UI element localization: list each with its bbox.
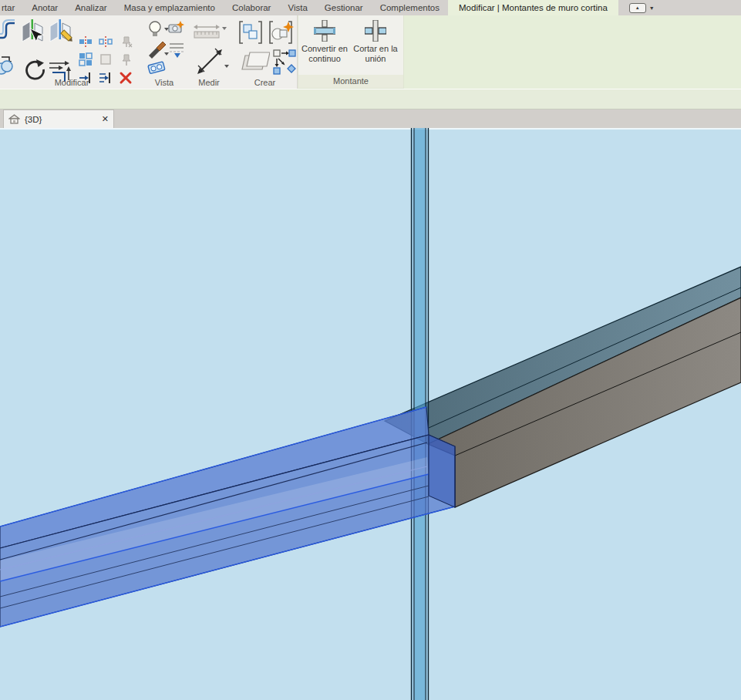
model-viewport[interactable] (0, 128, 741, 700)
panel-medir: Medir (185, 15, 234, 89)
measure-icon[interactable] (196, 46, 230, 77)
panel-vista: Vista (143, 15, 186, 89)
tab-analizar[interactable]: Analizar (66, 0, 116, 15)
align-center-icon[interactable] (99, 35, 113, 48)
scale-icon-disabled (99, 52, 113, 66)
create-group-icon[interactable] (237, 20, 264, 45)
stereo-view-icon[interactable] (147, 60, 167, 76)
view-tab-bar: {3D} ✕ (0, 109, 741, 128)
options-bar (0, 89, 741, 109)
cortar-en-la-union-label: Cortar en la unión (352, 44, 399, 64)
viewport-top-edge (0, 128, 741, 130)
convertir-en-continuo-button[interactable]: Convertir en continuo (301, 18, 349, 76)
tab-anotar[interactable]: Anotar (23, 0, 66, 15)
panel-montante: Convertir en continuo Cortar en la unión… (298, 15, 404, 89)
panel-crear: Crear (233, 15, 298, 89)
tab-masa-y-emplazamiento[interactable]: Masa y emplazamiento (116, 0, 224, 15)
ribbon-collapse-control[interactable]: ▲ ▼ (629, 0, 655, 15)
home-3d-view-icon (8, 114, 20, 124)
create-similar-icon[interactable] (267, 20, 295, 45)
underlay-arrow-icon[interactable] (168, 42, 185, 59)
tab-vista[interactable]: Vista (279, 0, 315, 15)
tab-complementos[interactable]: Complementos (372, 0, 448, 15)
ribbon-tab-bar: rtar Anotar Analizar Masa y emplazamient… (0, 0, 741, 15)
convertir-en-continuo-label: Convertir en continuo (301, 44, 349, 64)
tab-colaborar[interactable]: Colaborar (224, 0, 280, 15)
panel-label-crear: Crear (233, 78, 297, 87)
ruler-icon-disabled (193, 23, 227, 40)
copy-circles-icon[interactable] (0, 52, 17, 76)
lightbulb-icon[interactable] (147, 20, 169, 39)
edit-pencil-icon[interactable] (48, 19, 74, 46)
panel-label-montante: Montante (298, 75, 403, 88)
assembly-arrows-icon[interactable] (273, 49, 296, 76)
ribbon: Modificar (0, 15, 741, 89)
tab-gestionar[interactable]: Gestionar (316, 0, 372, 15)
offset-tool-icon[interactable] (0, 19, 15, 41)
panels-icon[interactable] (239, 49, 270, 76)
cortar-en-la-union-button[interactable]: Cortar en la unión (352, 18, 399, 76)
ribbon-collapse-caret-icon[interactable]: ▼ (649, 5, 655, 11)
paintbrush-icon[interactable] (147, 42, 169, 59)
view-tab-3d[interactable]: {3D} ✕ (3, 109, 114, 128)
panel-label-medir: Medir (185, 78, 233, 87)
view-tab-label: {3D} (25, 115, 102, 124)
panel-label-vista: Vista (143, 78, 185, 87)
make-continuous-icon (314, 20, 335, 42)
align-icon[interactable] (79, 35, 93, 48)
tab-insertar-partial[interactable]: rtar (0, 0, 23, 15)
panel-modificar: Modificar (0, 15, 144, 89)
panel-label-modificar: Modificar (0, 78, 143, 87)
pin-icon-disabled (119, 52, 133, 66)
render-camera-icon[interactable] (168, 20, 185, 35)
ribbon-collapse-icon[interactable]: ▲ (629, 3, 646, 13)
cut-at-join-icon (365, 20, 386, 42)
tab-modificar-contextual[interactable]: Modificar | Montantes de muro cortina (448, 0, 618, 15)
modify-cursor-icon[interactable] (20, 19, 46, 46)
view-tab-close-icon[interactable]: ✕ (102, 114, 109, 124)
unpin-icon-disabled (119, 35, 133, 48)
matrix-icon[interactable] (79, 52, 93, 66)
mullion-end-cap (429, 435, 455, 507)
